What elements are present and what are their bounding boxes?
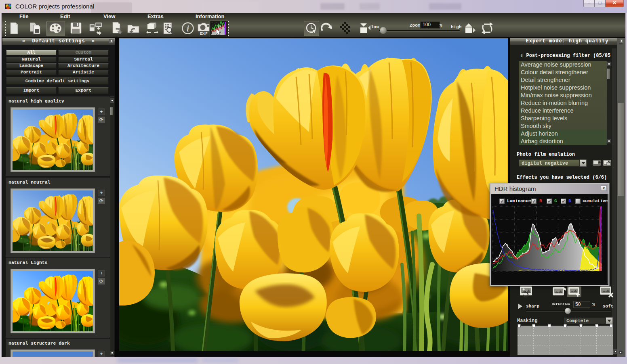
svg-text:i: i xyxy=(187,24,189,33)
svg-text:EXIF: EXIF xyxy=(200,31,208,36)
